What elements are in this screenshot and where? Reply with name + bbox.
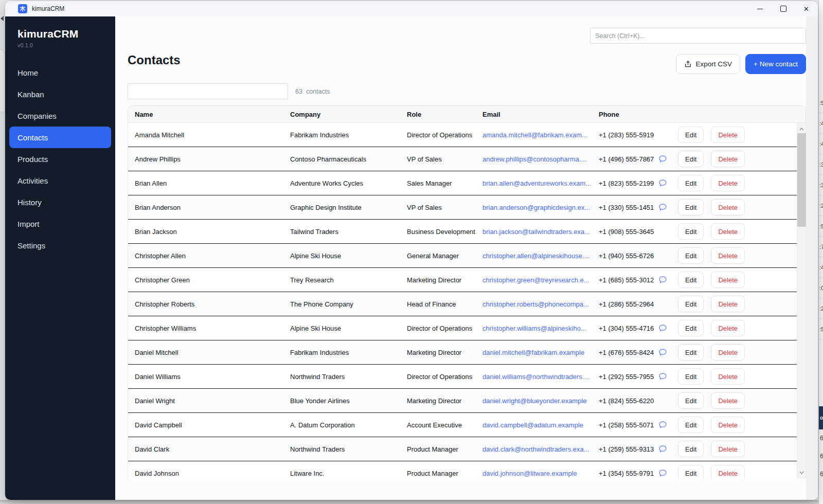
delete-button[interactable]: Delete	[711, 320, 745, 336]
contact-role: Business Development M	[400, 228, 476, 236]
chat-bubble-icon[interactable]	[658, 324, 667, 332]
background-text-fragment: :3	[819, 175, 823, 195]
delete-button[interactable]: Delete	[711, 296, 745, 312]
delete-button[interactable]: Delete	[711, 392, 745, 409]
chat-bubble-icon[interactable]	[658, 469, 667, 477]
edit-button[interactable]: Edit	[678, 296, 704, 312]
sidebar-nav-item[interactable]: Companies	[9, 105, 111, 127]
table-scrollbar[interactable]	[797, 123, 806, 479]
chat-bubble-icon[interactable]	[658, 276, 667, 284]
new-contact-button[interactable]: + New contact	[745, 54, 806, 74]
contact-company: Fabrikam Industries	[283, 349, 400, 356]
maximize-button[interactable]	[772, 1, 795, 16]
sidebar-nav-item[interactable]: Home	[9, 62, 111, 83]
contact-role: Product Manager	[400, 445, 476, 453]
chat-bubble-icon[interactable]	[658, 155, 667, 163]
contact-role: General Manager	[400, 252, 476, 260]
contact-email-link[interactable]: david.johnson@litware.example	[476, 470, 592, 477]
contact-company: Adventure Works Cycles	[283, 179, 400, 187]
edit-button[interactable]: Edit	[678, 368, 704, 385]
contact-email-link[interactable]: david.campbell@adatum.example	[476, 421, 592, 429]
contact-email-link[interactable]: christopher.allen@alpineskihouse....	[476, 252, 592, 260]
export-csv-button[interactable]: Export CSV	[676, 54, 741, 74]
contact-phone-number: +1 (286) 555-2964	[599, 300, 654, 308]
column-header-email[interactable]: Email	[476, 111, 592, 118]
contact-phone: +1 (283) 555-5919	[592, 131, 671, 139]
contact-email-link[interactable]: david.clark@northwindtraders.exa...	[476, 445, 592, 453]
brand: kimuraCRM v0.1.0	[5, 28, 115, 48]
edit-button[interactable]: Edit	[678, 151, 704, 167]
chat-bubble-icon[interactable]	[658, 372, 667, 381]
delete-button[interactable]: Delete	[711, 465, 745, 479]
contacts-filter-input[interactable]	[128, 83, 288, 99]
edit-button[interactable]: Edit	[678, 247, 704, 264]
chat-bubble-icon[interactable]	[658, 445, 667, 453]
background-text-fragment: :0	[819, 278, 823, 298]
chat-bubble-icon[interactable]	[658, 348, 667, 356]
contact-email-link[interactable]: christopher.green@treyresearch.e...	[476, 276, 592, 284]
contact-company: Fabrikam Industries	[283, 131, 400, 139]
edit-button[interactable]: Edit	[678, 417, 704, 433]
edit-button[interactable]: Edit	[678, 344, 704, 361]
sidebar-nav-item[interactable]: Kanban	[9, 83, 111, 105]
contact-email-link[interactable]: christopher.roberts@phonecompa...	[476, 300, 592, 308]
edit-button[interactable]: Edit	[678, 465, 704, 479]
delete-button[interactable]: Delete	[711, 175, 745, 191]
sidebar-nav-item[interactable]: History	[9, 191, 111, 213]
column-header-company[interactable]: Company	[283, 111, 400, 118]
scroll-up-icon[interactable]	[797, 125, 806, 133]
chat-bubble-icon[interactable]	[658, 179, 667, 187]
edit-button[interactable]: Edit	[678, 441, 704, 457]
sidebar-nav-item[interactable]: Activities	[9, 170, 111, 191]
delete-button[interactable]: Delete	[711, 272, 745, 288]
chat-bubble-icon[interactable]	[658, 203, 667, 211]
contact-email-link[interactable]: brian.anderson@graphicdesign.ex...	[476, 204, 592, 211]
collapse-chevron-icon[interactable]	[1, 16, 4, 21]
delete-button[interactable]: Delete	[711, 223, 745, 240]
titlebar[interactable]: kimuraCRM ✕	[5, 1, 818, 16]
global-search-input[interactable]	[590, 28, 806, 44]
delete-button[interactable]: Delete	[711, 247, 745, 264]
edit-button[interactable]: Edit	[678, 223, 704, 240]
sidebar-nav-item[interactable]: Products	[9, 148, 111, 170]
column-header-phone[interactable]: Phone	[592, 111, 671, 118]
scrollbar-thumb[interactable]	[797, 133, 806, 227]
contact-phone: +1 (823) 555-2199	[592, 179, 671, 187]
column-header-role[interactable]: Role	[400, 111, 476, 118]
delete-button[interactable]: Delete	[711, 368, 745, 385]
scroll-down-icon[interactable]	[797, 469, 806, 477]
contact-email-link[interactable]: amanda.mitchell@fabrikam.exam...	[476, 131, 592, 139]
contact-email-link[interactable]: andrew.phillips@contosopharma....	[476, 155, 592, 163]
row-actions: Edit Delete	[671, 127, 797, 143]
close-button[interactable]: ✕	[795, 1, 818, 16]
contact-email-link[interactable]: brian.jackson@tailwindtraders.exa...	[476, 228, 592, 236]
sidebar-nav-item[interactable]: Settings	[9, 235, 111, 256]
edit-button[interactable]: Edit	[678, 392, 704, 409]
delete-button[interactable]: Delete	[711, 441, 745, 457]
contact-phone: +1 (286) 555-2964	[592, 300, 671, 308]
delete-button[interactable]: Delete	[711, 151, 745, 167]
column-header-name[interactable]: Name	[128, 111, 283, 118]
contact-role: Director of Operations	[400, 131, 476, 139]
sidebar-nav-item[interactable]: Contacts	[9, 127, 111, 148]
contact-role: Marketing Director	[400, 349, 476, 356]
contact-email-link[interactable]: brian.allen@adventureworks.exam...	[476, 179, 592, 187]
delete-button[interactable]: Delete	[711, 127, 745, 143]
edit-button[interactable]: Edit	[678, 320, 704, 336]
minimize-button[interactable]	[748, 1, 772, 16]
edit-button[interactable]: Edit	[678, 175, 704, 191]
row-actions: Edit Delete	[671, 175, 797, 191]
contact-email-link[interactable]: daniel.williams@northwindtraders....	[476, 373, 592, 381]
contact-email-link[interactable]: daniel.wright@blueyonder.example	[476, 397, 592, 405]
edit-button[interactable]: Edit	[678, 272, 704, 288]
delete-button[interactable]: Delete	[711, 417, 745, 433]
delete-button[interactable]: Delete	[711, 344, 745, 361]
edit-button[interactable]: Edit	[678, 127, 704, 143]
edit-button[interactable]: Edit	[678, 199, 704, 215]
delete-button[interactable]: Delete	[711, 199, 745, 215]
contact-company: Trey Research	[283, 276, 400, 284]
sidebar-nav-item[interactable]: Import	[9, 213, 111, 235]
contact-email-link[interactable]: christopher.williams@alpineskiho...	[476, 325, 592, 332]
contact-email-link[interactable]: daniel.mitchell@fabrikam.example	[476, 349, 592, 356]
chat-bubble-icon[interactable]	[658, 421, 667, 429]
